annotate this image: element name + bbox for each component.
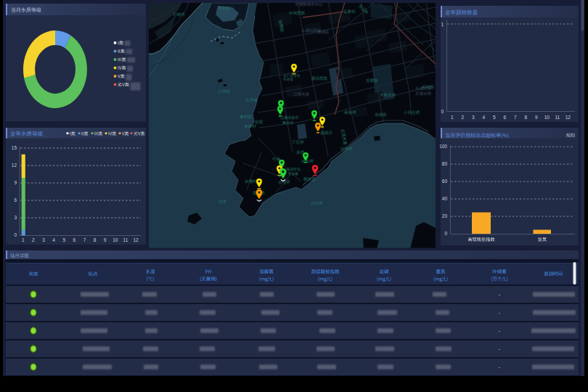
svg-text:5: 5: [62, 237, 65, 242]
svg-text:10: 10: [544, 115, 550, 120]
svg-text:6: 6: [14, 197, 17, 203]
svg-text:8: 8: [524, 115, 527, 120]
svg-text:3: 3: [472, 115, 475, 120]
svg-text:7: 7: [83, 237, 86, 242]
svg-text:8: 8: [94, 237, 97, 242]
svg-text:11: 11: [123, 237, 128, 242]
svg-text:80: 80: [442, 161, 448, 166]
svg-text:3: 3: [14, 215, 17, 220]
svg-text:10: 10: [113, 237, 118, 242]
svg-text:2: 2: [461, 115, 464, 120]
svg-text:12: 12: [12, 163, 17, 168]
svg-text:11: 11: [555, 115, 560, 120]
svg-text:6: 6: [73, 237, 76, 242]
svg-text:5: 5: [493, 115, 496, 120]
svg-text:12: 12: [565, 115, 571, 120]
svg-text:3: 3: [42, 237, 45, 242]
svg-text:9: 9: [14, 180, 17, 185]
svg-text:4: 4: [52, 237, 55, 242]
svg-text:9: 9: [104, 237, 107, 242]
svg-text:1: 1: [22, 237, 25, 242]
svg-text:0: 0: [444, 231, 447, 236]
svg-text:9: 9: [535, 115, 538, 120]
svg-text:100: 100: [439, 144, 447, 149]
svg-text:0: 0: [441, 109, 444, 114]
svg-text:12: 12: [133, 237, 139, 242]
svg-text:0: 0: [14, 232, 17, 237]
svg-text:2: 2: [32, 237, 35, 242]
svg-text:1: 1: [441, 22, 444, 27]
svg-text:1: 1: [451, 115, 454, 120]
svg-text:15: 15: [12, 145, 17, 150]
svg-text:60: 60: [442, 179, 448, 184]
svg-text:20: 20: [442, 213, 448, 219]
svg-text:40: 40: [442, 196, 448, 201]
svg-text:7: 7: [514, 115, 517, 120]
svg-text:6: 6: [503, 115, 506, 120]
svg-text:4: 4: [482, 115, 485, 120]
